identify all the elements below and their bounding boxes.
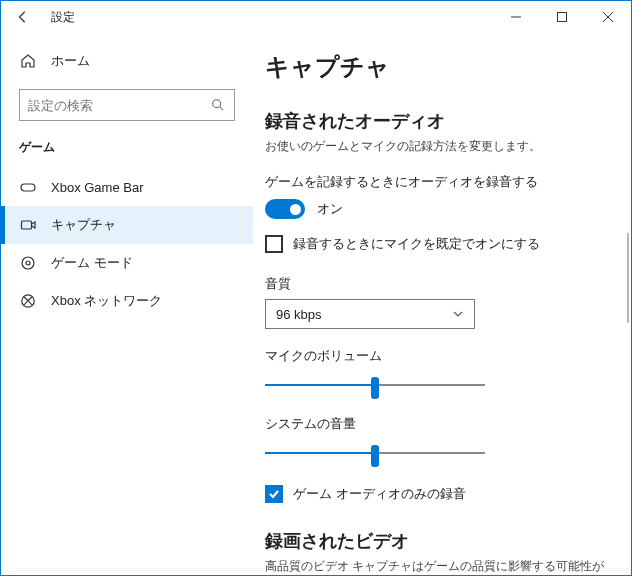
close-icon [603,12,613,22]
svg-point-7 [26,261,30,265]
minimize-icon [511,12,521,22]
back-button[interactable] [9,3,37,31]
content-panel: キャプチャ 録音されたオーディオ お使いのゲームとマイクの記録方法を変更します。… [253,33,631,575]
svg-point-2 [213,100,221,108]
audio-desc: お使いのゲームとマイクの記録方法を変更します。 [265,137,607,155]
minimize-button[interactable] [493,1,539,33]
video-desc: 高品質のビデオ キャプチャはゲームの品質に影響する可能性があります。 [265,557,607,575]
search-input[interactable] [28,98,210,113]
capture-icon [19,217,37,233]
close-button[interactable] [585,1,631,33]
sidebar-item-gamebar[interactable]: Xbox Game Bar [1,168,253,206]
system-volume-label: システムの音量 [265,415,607,433]
svg-rect-5 [22,221,32,229]
sidebar-item-capture[interactable]: キャプチャ [1,206,253,244]
svg-rect-4 [21,184,35,191]
mic-volume-label: マイクのボリューム [265,347,607,365]
sidebar-item-gamemode[interactable]: ゲーム モード [1,244,253,282]
mic-default-checkbox[interactable] [265,235,283,253]
sidebar-item-label: キャプチャ [51,216,116,234]
sidebar-item-label: Xbox Game Bar [51,180,144,195]
arrow-left-icon [16,10,30,24]
home-link[interactable]: ホーム [19,43,235,79]
gamemode-icon [19,255,37,271]
xbox-icon [19,293,37,309]
sidebar-item-label: ゲーム モード [51,254,133,272]
audio-heading: 録音されたオーディオ [265,109,607,133]
titlebar: 設定 [1,1,631,33]
record-audio-label: ゲームを記録するときにオーディオを録音する [265,173,607,191]
maximize-icon [557,12,567,22]
svg-line-3 [220,107,224,111]
system-volume-slider[interactable] [265,441,485,465]
chevron-down-icon [452,308,464,320]
record-audio-toggle[interactable] [265,199,305,219]
quality-value: 96 kbps [276,307,322,322]
home-label: ホーム [51,52,90,70]
svg-point-6 [22,257,34,269]
search-box[interactable] [19,89,235,121]
sidebar-item-label: Xbox ネットワーク [51,292,162,310]
quality-select[interactable]: 96 kbps [265,299,475,329]
sidebar-section-title: ゲーム [19,139,235,156]
video-heading: 録画されたビデオ [265,529,607,553]
home-icon [19,53,37,69]
search-icon [210,98,226,112]
sidebar-nav: Xbox Game Bar キャプチャ ゲーム モード [1,168,253,320]
mic-volume-slider[interactable] [265,373,485,397]
svg-rect-1 [558,13,567,22]
page-title: キャプチャ [265,51,607,83]
game-audio-only-checkbox[interactable] [265,485,283,503]
gamebar-icon [19,179,37,195]
toggle-state-label: オン [317,200,343,218]
sidebar: ホーム ゲーム Xbox Game Bar [1,33,253,575]
scrollbar[interactable] [627,233,629,323]
settings-window: 設定 ホーム [0,0,632,576]
quality-label: 音質 [265,275,607,293]
game-audio-only-label: ゲーム オーディオのみの録音 [293,485,466,503]
window-title: 設定 [51,9,75,26]
mic-default-label: 録音するときにマイクを既定でオンにする [293,235,540,253]
sidebar-item-xboxnetwork[interactable]: Xbox ネットワーク [1,282,253,320]
maximize-button[interactable] [539,1,585,33]
